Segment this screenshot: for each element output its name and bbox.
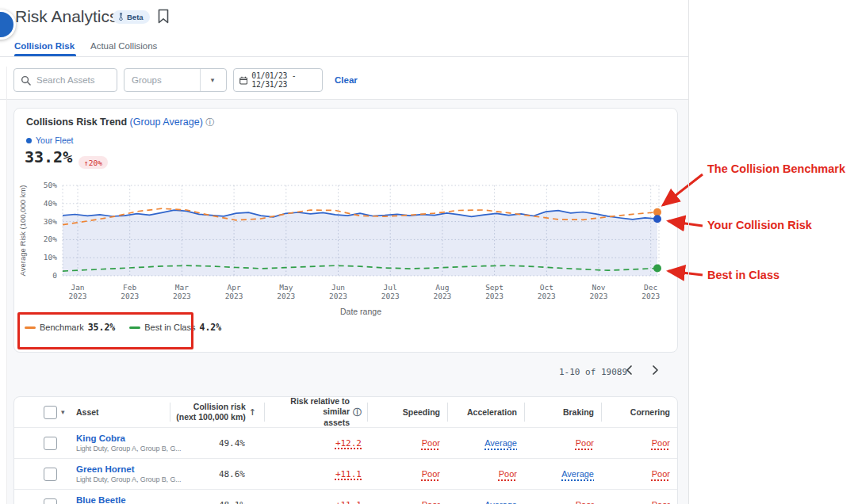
- svg-text:Jun: Jun: [331, 283, 345, 292]
- date-range-picker[interactable]: 01/01/23 - 12/31/23: [233, 68, 323, 92]
- svg-text:2023: 2023: [121, 292, 139, 300]
- clear-filters-button[interactable]: Clear: [335, 68, 358, 92]
- header-relative-risk[interactable]: Risk relative to similarassets ⓘ: [264, 397, 367, 427]
- asset-link[interactable]: Green Hornet: [76, 464, 170, 475]
- svg-text:Jan: Jan: [71, 283, 84, 292]
- end-dot-best-in-class: [653, 264, 661, 272]
- relative-risk-info-icon[interactable]: ⓘ: [353, 407, 362, 418]
- previous-page-button[interactable]: [623, 364, 638, 378]
- pagination-label: 1-10 of 19089: [559, 367, 627, 377]
- collision-risk-value: 48.6%: [219, 469, 245, 479]
- asset-groups: Light Duty, Group A, Group B, G...: [76, 475, 170, 484]
- flask-icon: [117, 13, 124, 21]
- acceleration-value[interactable]: Average: [484, 500, 517, 504]
- assets-table: ▾ Asset Collision risk(next 100,000 km) …: [13, 396, 678, 504]
- collision-risk-trend-card: Collisions Risk Trend (Group Average) ⓘ …: [13, 108, 678, 353]
- header-collision-risk[interactable]: Collision risk(next 100,000 km) ↑: [170, 397, 264, 427]
- acceleration-value[interactable]: Average: [484, 438, 517, 448]
- svg-text:2023: 2023: [173, 292, 191, 300]
- end-dot-your-fleet: [653, 215, 661, 223]
- svg-text:Mar: Mar: [175, 283, 189, 292]
- tab-actual-collisions[interactable]: Actual Collisions: [90, 41, 157, 51]
- table-row[interactable]: Blue Beetle Light Duty, Group A, Group B…: [14, 489, 677, 504]
- groups-dropdown-button[interactable]: ▾: [200, 69, 224, 91]
- groups-input[interactable]: [124, 75, 200, 85]
- svg-text:Oct: Oct: [540, 283, 553, 292]
- filters-divider: [0, 99, 689, 100]
- table-row[interactable]: King Cobra Light Duty, Group A, Group B,…: [14, 427, 677, 458]
- cornering-value[interactable]: Poor: [652, 469, 670, 479]
- search-icon: [21, 75, 31, 86]
- select-dropdown-caret[interactable]: ▾: [61, 408, 65, 416]
- bookmark-icon[interactable]: [156, 9, 170, 24]
- svg-text:Feb: Feb: [123, 283, 136, 292]
- panel-left-border: [6, 67, 7, 504]
- svg-text:2023: 2023: [641, 292, 660, 300]
- calendar-icon: [239, 75, 247, 86]
- current-risk-value: 33.2%: [25, 147, 72, 166]
- svg-text:40%: 40%: [44, 199, 57, 208]
- asset-link[interactable]: Blue Beetle: [76, 494, 170, 504]
- chart-info-icon[interactable]: ⓘ: [205, 117, 214, 128]
- header-speeding[interactable]: Speeding: [367, 397, 447, 427]
- speeding-value[interactable]: Poor: [422, 469, 440, 479]
- svg-text:2023: 2023: [381, 292, 400, 300]
- groups-select[interactable]: ▾: [124, 68, 227, 92]
- page-title: Risk Analytics: [15, 7, 118, 26]
- acceleration-value[interactable]: Poor: [499, 469, 517, 479]
- header-asset[interactable]: Asset: [76, 397, 170, 427]
- speeding-value[interactable]: Poor: [422, 500, 440, 504]
- best-in-class-value: 4.2%: [199, 322, 221, 333]
- chart-title-sub: (Group Average): [130, 116, 203, 128]
- asset-groups: Light Duty, Group A, Group B, G...: [76, 445, 170, 453]
- beta-label: Beta: [127, 13, 144, 21]
- select-all-checkbox[interactable]: [44, 406, 57, 419]
- search-input[interactable]: [35, 74, 109, 86]
- header-braking[interactable]: Braking: [524, 397, 601, 427]
- header-acceleration[interactable]: Acceleration: [447, 397, 524, 427]
- relative-risk-value[interactable]: +11.1: [335, 469, 362, 479]
- legend-highlight-box: [17, 312, 193, 349]
- tab-collision-risk[interactable]: Collision Risk: [14, 41, 75, 51]
- fleet-legend-label: Your Fleet: [36, 136, 73, 145]
- cornering-value[interactable]: Poor: [652, 438, 670, 448]
- collision-risk-value: 48.1%: [219, 500, 245, 504]
- risk-analytics-page: Risk Analytics Beta Collision Risk Actua…: [0, 0, 854, 504]
- sort-ascending-icon[interactable]: ↑: [249, 407, 256, 418]
- asset-link[interactable]: King Cobra: [76, 433, 170, 444]
- svg-text:Jul: Jul: [384, 283, 397, 292]
- header-cornering[interactable]: Cornering: [601, 397, 677, 427]
- speeding-value[interactable]: Poor: [422, 438, 440, 448]
- braking-value[interactable]: Poor: [576, 438, 594, 448]
- row-checkbox[interactable]: [44, 468, 57, 481]
- chart-title-main: Collisions Risk Trend: [26, 116, 127, 128]
- svg-text:2023: 2023: [538, 292, 556, 300]
- risk-trend-chart: 010%20%30%40%50%Jan2023Feb2023Mar2023Apr…: [14, 178, 679, 316]
- svg-text:Aug: Aug: [435, 283, 449, 292]
- svg-text:Apr: Apr: [228, 283, 241, 292]
- collision-risk-value: 49.4%: [219, 438, 245, 449]
- svg-text:2023: 2023: [225, 292, 243, 300]
- svg-text:2023: 2023: [277, 292, 295, 300]
- relative-risk-value[interactable]: +12.2: [335, 438, 362, 449]
- svg-text:2023: 2023: [485, 292, 504, 300]
- svg-text:2023: 2023: [433, 292, 451, 300]
- svg-text:Nov: Nov: [592, 283, 605, 292]
- fleet-dot-icon: [26, 138, 32, 143]
- row-checkbox[interactable]: [44, 498, 57, 504]
- row-checkbox[interactable]: [44, 437, 57, 450]
- date-range-value: 01/01/23 - 12/31/23: [251, 71, 319, 89]
- relative-risk-value[interactable]: +11.1: [335, 500, 362, 504]
- table-header-row: ▾ Asset Collision risk(next 100,000 km) …: [14, 397, 677, 427]
- svg-text:May: May: [279, 283, 293, 292]
- svg-text:50%: 50%: [44, 181, 57, 189]
- cornering-value[interactable]: Poor: [652, 500, 670, 504]
- svg-text:0: 0: [52, 271, 57, 280]
- search-assets-box[interactable]: [13, 68, 117, 92]
- braking-value[interactable]: Poor: [576, 500, 594, 504]
- table-body: King Cobra Light Duty, Group A, Group B,…: [14, 427, 677, 504]
- next-page-button[interactable]: [649, 364, 663, 378]
- svg-text:20%: 20%: [44, 235, 57, 243]
- braking-value[interactable]: Average: [561, 469, 594, 479]
- table-row[interactable]: Green Hornet Light Duty, Group A, Group …: [14, 458, 677, 489]
